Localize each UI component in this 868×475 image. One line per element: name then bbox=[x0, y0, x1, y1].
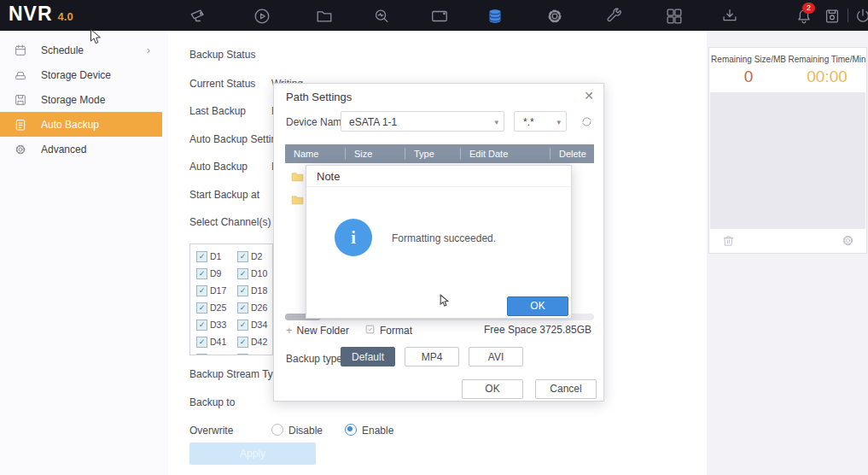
checkbox-checked-icon: ✓ bbox=[196, 320, 207, 331]
panel-settings-gear-icon[interactable] bbox=[841, 233, 856, 249]
channel-checkbox-d17[interactable]: ✓D17 bbox=[196, 282, 237, 299]
folder-icon bbox=[291, 195, 304, 205]
display-icon[interactable] bbox=[429, 6, 450, 26]
overwrite-enable-label: Enable bbox=[362, 425, 393, 437]
channel-checkbox-d49[interactable]: ✓D49 bbox=[196, 350, 237, 355]
backup-type-label: Backup type bbox=[286, 353, 342, 365]
checkbox-checked-icon: ✓ bbox=[196, 337, 207, 348]
sidebar-item-label: Storage Device bbox=[41, 69, 111, 81]
power-icon[interactable] bbox=[853, 6, 868, 26]
backup-type-default-button[interactable]: Default bbox=[341, 347, 395, 367]
channel-label: D42 bbox=[251, 337, 267, 347]
maintenance-icon[interactable] bbox=[604, 6, 625, 26]
channel-checkbox-d50[interactable]: ✓D50 bbox=[237, 350, 273, 355]
camera-icon[interactable] bbox=[189, 6, 209, 26]
channel-checkbox-d41[interactable]: ✓D41 bbox=[196, 333, 237, 350]
local-device-icon[interactable] bbox=[822, 6, 842, 26]
overwrite-enable-radio[interactable] bbox=[345, 424, 357, 436]
alarm-badge: 2 bbox=[802, 3, 815, 14]
channel-checkbox-d25[interactable]: ✓D25 bbox=[196, 299, 237, 316]
current-status-label: Current Status bbox=[189, 78, 255, 90]
sidebar-item-storage-mode[interactable]: Storage Mode bbox=[0, 87, 162, 112]
app-name: NVR bbox=[9, 3, 53, 26]
auto-backup-icon bbox=[14, 118, 27, 132]
refresh-icon[interactable] bbox=[580, 114, 594, 129]
channel-checkbox-d10[interactable]: ✓D10 bbox=[237, 265, 273, 282]
sidebar-item-label: Advanced bbox=[41, 144, 86, 155]
note-dialog: Note i Formatting succeeded. OK bbox=[306, 165, 572, 319]
overwrite-disable-radio[interactable] bbox=[271, 424, 283, 436]
path-ok-button[interactable]: OK bbox=[462, 379, 523, 399]
backup-type-mp4-button[interactable]: MP4 bbox=[405, 347, 459, 367]
channel-checkbox-d9[interactable]: ✓D9 bbox=[196, 265, 237, 282]
remaining-size-label: Remaining Size/MB bbox=[709, 55, 788, 64]
channel-checkbox-d33[interactable]: ✓D33 bbox=[196, 316, 237, 333]
top-bar: NVR 4.0 bbox=[0, 0, 868, 31]
column-header-type: Type bbox=[405, 148, 460, 160]
auto-backup-label: Auto Backup bbox=[189, 161, 248, 173]
column-header-edit-date: Edit Date bbox=[460, 148, 550, 160]
file-icon[interactable] bbox=[314, 6, 335, 26]
path-cancel-button[interactable]: Cancel bbox=[535, 379, 597, 399]
channel-checkbox-d18[interactable]: ✓D18 bbox=[237, 282, 273, 299]
file-filter-value: *.* bbox=[523, 116, 534, 128]
channel-checkbox-d34[interactable]: ✓D34 bbox=[237, 316, 273, 333]
storage-icon[interactable] bbox=[485, 6, 505, 26]
sidebar-item-storage-device[interactable]: Storage Device bbox=[0, 62, 162, 87]
apply-button[interactable]: Apply bbox=[189, 443, 316, 465]
dialog-title: Path Settings bbox=[286, 91, 352, 103]
free-space-text: Free Space 3725.85GB bbox=[484, 324, 591, 336]
sidebar-item-advanced[interactable]: Advanced bbox=[0, 137, 162, 161]
checkbox-checked-icon: ✓ bbox=[196, 251, 207, 262]
checkbox-checked-icon: ✓ bbox=[196, 268, 207, 279]
channel-label: D1 bbox=[210, 251, 221, 261]
channel-checkbox-d26[interactable]: ✓D26 bbox=[237, 299, 273, 316]
format-label: Format bbox=[380, 325, 412, 337]
app-version: 4.0 bbox=[58, 10, 73, 23]
sidebar-item-auto-backup[interactable]: Auto Backup bbox=[0, 112, 162, 137]
download-icon[interactable] bbox=[719, 6, 740, 26]
new-folder-button[interactable]: + New Folder bbox=[286, 324, 349, 337]
device-name-select[interactable]: eSATA 1-1 ▾ bbox=[341, 111, 504, 132]
channel-label: D18 bbox=[251, 285, 267, 296]
channel-label: D2 bbox=[251, 251, 262, 261]
channel-checkbox-d2[interactable]: ✓D2 bbox=[237, 248, 273, 265]
channel-checkbox-d1[interactable]: ✓D1 bbox=[196, 248, 237, 265]
checkbox-checked-icon: ✓ bbox=[237, 354, 248, 356]
playback-icon[interactable] bbox=[252, 6, 272, 26]
backup-type-avi-button[interactable]: AVI bbox=[469, 347, 523, 367]
smart-analysis-icon[interactable] bbox=[371, 6, 392, 26]
sidebar: Schedule › Storage Device Storage Mode A… bbox=[0, 31, 169, 475]
remaining-time-label: Remaining Time/Min bbox=[788, 55, 866, 64]
remaining-time-cell: Remaining Time/Min 00:00 bbox=[788, 48, 866, 91]
format-button[interactable]: Format bbox=[364, 324, 412, 337]
storage-device-icon bbox=[14, 68, 27, 82]
overwrite-label: Overwrite bbox=[189, 425, 233, 437]
calendar-icon bbox=[14, 44, 27, 57]
new-folder-label: New Folder bbox=[297, 325, 349, 337]
auto-backup-settings-label: Auto Backup Settin... bbox=[189, 133, 285, 145]
backup-progress-panel: Remaining Size/MB 0 Remaining Time/Min 0… bbox=[708, 47, 867, 254]
checkbox-checked-icon: ✓ bbox=[196, 285, 207, 296]
alarm-bell-icon[interactable]: 2 bbox=[794, 6, 814, 26]
close-icon[interactable]: ✕ bbox=[584, 89, 594, 103]
channel-label: D50 bbox=[251, 354, 267, 355]
nvr-screen: NVR 4.0 bbox=[0, 0, 868, 475]
note-dialog-title: Note bbox=[317, 170, 340, 183]
checkbox-checked-icon: ✓ bbox=[237, 251, 248, 262]
backup-to-label: Backup to bbox=[189, 396, 235, 408]
sidebar-item-schedule[interactable]: Schedule › bbox=[0, 38, 162, 62]
settings-icon[interactable] bbox=[545, 6, 565, 26]
channel-checkbox-d42[interactable]: ✓D42 bbox=[237, 333, 273, 350]
layout-grid-icon[interactable] bbox=[664, 6, 684, 26]
channel-label: D9 bbox=[210, 268, 221, 279]
device-name-label: Device Name bbox=[286, 116, 347, 128]
channel-grid: ✓D1 ✓D2 ✓D9 ✓D10 ✓D17 ✓D18 ✓D25 ✓D26 ✓D3… bbox=[190, 244, 272, 355]
note-ok-button[interactable]: OK bbox=[507, 296, 568, 316]
advanced-gear-icon bbox=[14, 143, 27, 156]
chevron-down-icon: ▾ bbox=[494, 112, 498, 132]
device-name-value: eSATA 1-1 bbox=[349, 116, 397, 128]
trash-icon[interactable] bbox=[721, 233, 737, 249]
file-filter-select[interactable]: *.* ▾ bbox=[514, 111, 567, 132]
checkbox-checked-icon: ✓ bbox=[196, 302, 207, 314]
